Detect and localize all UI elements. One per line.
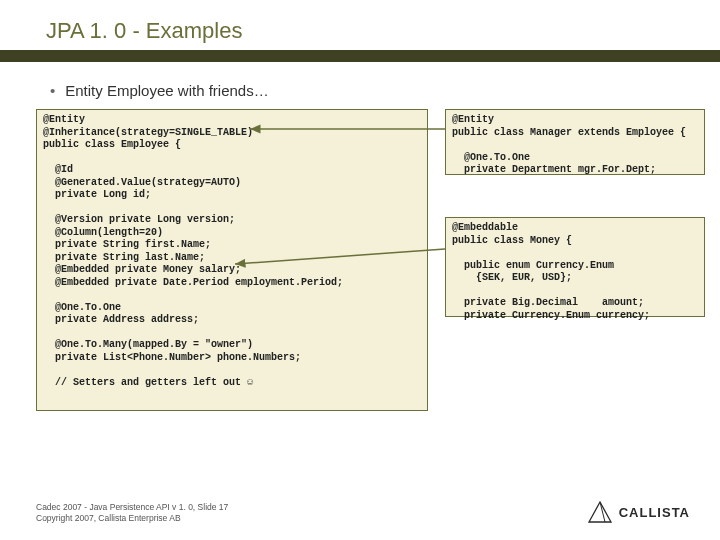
- footer: Cadec 2007 - Java Persistence API v 1. 0…: [36, 502, 228, 524]
- logo: CALLISTA: [587, 500, 690, 524]
- bullet-text: Entity Employee with friends…: [0, 62, 720, 109]
- code-employee: @Entity @Inheritance(strategy=SINGLE_TAB…: [36, 109, 428, 411]
- slide-title: JPA 1. 0 - Examples: [0, 0, 720, 50]
- footer-line1: Cadec 2007 - Java Persistence API v 1. 0…: [36, 502, 228, 513]
- code-manager: @Entity public class Manager extends Emp…: [445, 109, 705, 175]
- footer-line2: Copyright 2007, Callista Enterprise AB: [36, 513, 228, 524]
- code-money: @Embeddable public class Money { public …: [445, 217, 705, 317]
- logo-text: CALLISTA: [619, 505, 690, 520]
- content-area: @Entity @Inheritance(strategy=SINGLE_TAB…: [0, 109, 720, 449]
- logo-icon: [587, 500, 613, 524]
- title-divider: [0, 50, 720, 62]
